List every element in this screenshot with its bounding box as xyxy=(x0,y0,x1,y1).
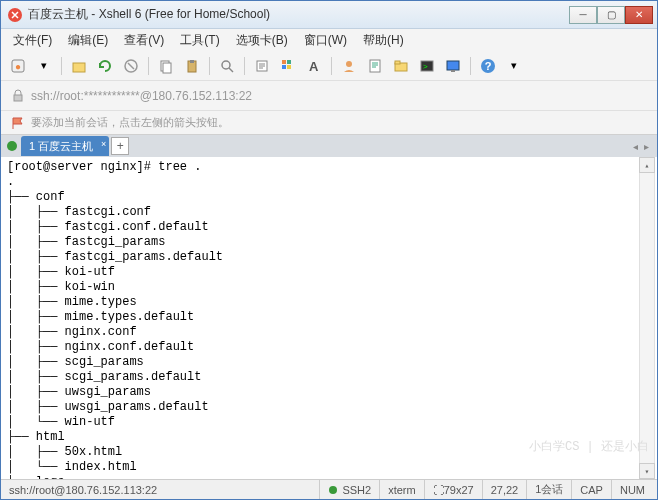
menu-edit[interactable]: 编辑(E) xyxy=(60,30,116,51)
svg-text:?: ? xyxy=(485,60,492,72)
toolbar: ● ▾ A > ? ▾ xyxy=(1,51,657,81)
session-status-icon xyxy=(7,141,17,151)
svg-rect-6 xyxy=(163,63,171,73)
svg-rect-8 xyxy=(190,60,194,63)
status-connection: ssh://root@180.76.152.113:22 xyxy=(5,480,319,499)
properties-button[interactable] xyxy=(251,55,273,77)
session-tab[interactable]: 1 百度云主机 × xyxy=(21,136,109,156)
svg-rect-13 xyxy=(282,65,286,69)
new-session-button[interactable]: ● xyxy=(7,55,29,77)
menu-tools[interactable]: 工具(T) xyxy=(172,30,227,51)
menu-tabs[interactable]: 选项卡(B) xyxy=(228,30,296,51)
close-button[interactable]: ✕ xyxy=(625,6,653,24)
svg-text:A: A xyxy=(309,59,319,74)
svg-rect-11 xyxy=(282,60,286,64)
menubar: 文件(F) 编辑(E) 查看(V) 工具(T) 选项卡(B) 窗口(W) 帮助(… xyxy=(1,29,657,51)
tab-prev-icon[interactable]: ◂ xyxy=(633,141,638,152)
svg-rect-14 xyxy=(287,65,291,69)
flag-icon xyxy=(11,116,25,130)
script-button[interactable] xyxy=(364,55,386,77)
help-button[interactable]: ? xyxy=(477,55,499,77)
menu-window[interactable]: 窗口(W) xyxy=(296,30,355,51)
tab-nav: ◂ ▸ xyxy=(633,141,655,152)
terminal-button[interactable]: > xyxy=(416,55,438,77)
menu-view[interactable]: 查看(V) xyxy=(116,30,172,51)
folder-button[interactable] xyxy=(390,55,412,77)
app-icon xyxy=(7,7,23,23)
warning-bar: 要添加当前会话，点击左侧的箭头按钮。 xyxy=(1,111,657,135)
dropdown-icon[interactable]: ▾ xyxy=(33,55,55,77)
tab-close-icon[interactable]: × xyxy=(101,139,106,149)
svg-rect-12 xyxy=(287,60,291,64)
terminal-output: . ├── conf │ ├── fastcgi.conf │ ├── fast… xyxy=(7,175,223,479)
status-proto: SSH2 xyxy=(319,480,379,499)
paste-button[interactable] xyxy=(181,55,203,77)
svg-rect-22 xyxy=(447,61,459,70)
menu-help[interactable]: 帮助(H) xyxy=(355,30,412,51)
window-title: 百度云主机 - Xshell 6 (Free for Home/School) xyxy=(28,6,569,23)
tabbar: 1 百度云主机 × + ◂ ▸ xyxy=(1,135,657,157)
svg-rect-23 xyxy=(451,70,455,72)
svg-text:>: > xyxy=(423,62,428,71)
app-window: 百度云主机 - Xshell 6 (Free for Home/School) … xyxy=(0,0,658,500)
dropdown2-icon[interactable]: ▾ xyxy=(503,55,525,77)
scroll-down-icon[interactable]: ▾ xyxy=(639,463,655,479)
copy-button[interactable] xyxy=(155,55,177,77)
statusbar: ssh://root@180.76.152.113:22 SSH2 xterm … xyxy=(1,479,657,499)
status-size: ⛶ 79x27 xyxy=(424,480,482,499)
find-button[interactable] xyxy=(216,55,238,77)
svg-point-27 xyxy=(329,486,337,494)
tab-label: 1 百度云主机 xyxy=(29,139,93,154)
addressbar: ssh://root:************@180.76.152.113:2… xyxy=(1,81,657,111)
svg-text:●: ● xyxy=(15,61,21,72)
prompt-1: [root@server nginx]# xyxy=(7,160,158,174)
svg-rect-17 xyxy=(370,60,380,72)
svg-rect-19 xyxy=(395,61,400,64)
status-sessions: 1会话 xyxy=(526,480,571,499)
svg-rect-3 xyxy=(73,63,85,72)
address-text[interactable]: ssh://root:************@180.76.152.113:2… xyxy=(31,89,252,103)
maximize-button[interactable]: ▢ xyxy=(597,6,625,24)
titlebar: 百度云主机 - Xshell 6 (Free for Home/School) … xyxy=(1,1,657,29)
watermark: 小白学CS | 还是小白 xyxy=(529,440,649,455)
lock-icon xyxy=(11,89,25,103)
scroll-up-icon[interactable]: ▴ xyxy=(639,157,655,173)
new-tab-button[interactable]: + xyxy=(111,137,129,155)
menu-file[interactable]: 文件(F) xyxy=(5,30,60,51)
font-button[interactable]: A xyxy=(303,55,325,77)
status-pos: 27,22 xyxy=(482,480,527,499)
terminal[interactable]: [root@server nginx]# tree . . ├── conf │… xyxy=(1,157,657,479)
status-num: NUM xyxy=(611,480,653,499)
status-term: xterm xyxy=(379,480,424,499)
tab-next-icon[interactable]: ▸ xyxy=(644,141,649,152)
user-button[interactable] xyxy=(338,55,360,77)
svg-rect-26 xyxy=(14,95,22,101)
warning-text: 要添加当前会话，点击左侧的箭头按钮。 xyxy=(31,115,229,130)
svg-point-16 xyxy=(346,61,352,67)
scrollbar[interactable]: ▴ ▾ xyxy=(639,157,655,479)
open-button[interactable] xyxy=(68,55,90,77)
window-controls: ─ ▢ ✕ xyxy=(569,6,653,24)
color-button[interactable] xyxy=(277,55,299,77)
minimize-button[interactable]: ─ xyxy=(569,6,597,24)
reconnect-button[interactable] xyxy=(94,55,116,77)
command: tree . xyxy=(158,160,201,174)
status-cap: CAP xyxy=(571,480,611,499)
scroll-track[interactable] xyxy=(639,173,655,463)
monitor-button[interactable] xyxy=(442,55,464,77)
svg-point-9 xyxy=(222,61,230,69)
disconnect-button[interactable] xyxy=(120,55,142,77)
